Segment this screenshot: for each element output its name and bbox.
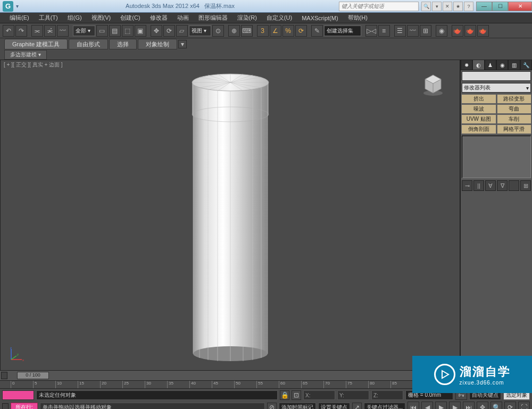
schematic-button[interactable]: ⊞ [420, 25, 431, 37]
play-button[interactable]: ▶ [435, 402, 447, 409]
prev-frame-button[interactable]: ◀ [421, 402, 433, 409]
panel-tab-display[interactable]: ▥ [508, 60, 520, 70]
ribbon-poly-model-dropdown[interactable]: 多边形建模 ▾ [4, 50, 47, 60]
bind-spacewarp-button[interactable]: 〰 [57, 25, 69, 37]
menu-view[interactable]: 视图(V) [87, 13, 115, 23]
cylinder-object[interactable] [188, 66, 273, 364]
exchange-icon[interactable]: ✕ [443, 2, 452, 11]
undo-button[interactable]: ↶ [3, 25, 14, 37]
spinner-snap-button[interactable]: ⟳ [295, 25, 307, 37]
viewport-label[interactable]: [ + ][ 正交 ][ 真实 + 边面 ] [4, 61, 63, 69]
mod-noise[interactable]: 噪波 [461, 104, 496, 114]
render-button[interactable]: 🫖 [477, 25, 489, 37]
panel-tab-hierarchy[interactable]: ♟ [485, 60, 496, 70]
nav-pan-button[interactable]: ✥ [477, 402, 488, 409]
refcoord-dropdown[interactable]: 视图 ▾ [189, 26, 211, 36]
help-icon[interactable]: ? [464, 2, 473, 11]
menu-animation[interactable]: 动画 [173, 13, 193, 23]
manipulate-button[interactable]: ⊕ [228, 25, 240, 37]
close-button[interactable]: ✕ [508, 2, 532, 11]
coord-y[interactable]: Y: [337, 390, 369, 400]
mirror-button[interactable]: ▷◁ [365, 25, 377, 37]
menu-grapheditors[interactable]: 图形编辑器 [194, 13, 232, 23]
help-search-input[interactable] [339, 2, 419, 11]
goto-end-button[interactable]: ⏭ [463, 402, 475, 409]
mod-pathdeform[interactable]: 路径变形 [497, 94, 532, 104]
time-slider-thumb[interactable]: 0 / 100 [17, 372, 49, 379]
modifier-list-dropdown[interactable]: 修改器列表▾ [462, 83, 531, 93]
select-name-button[interactable]: ▤ [109, 25, 121, 37]
menu-customize[interactable]: 自定义(U) [262, 13, 296, 23]
add-time-tag[interactable]: 添加时间标记 [279, 403, 316, 409]
percent-snap-button[interactable]: % [282, 25, 294, 37]
select-region-button[interactable]: ⬚ [122, 25, 134, 37]
angle-snap-button[interactable]: ∠ [270, 25, 281, 37]
app-icon[interactable]: G [3, 1, 13, 12]
menu-edit[interactable]: 编辑(E) [5, 13, 34, 23]
link-button[interactable]: ⫘ [31, 25, 43, 37]
nav-zoom-button[interactable]: 🔍 [491, 402, 502, 409]
script-rec-indicator[interactable] [2, 390, 34, 400]
setkey-button[interactable]: 设置关键点 [318, 403, 350, 409]
mod-meshsmooth[interactable]: 网格平滑 [497, 124, 532, 134]
ribbon-tab-graphite[interactable]: Graphite 建模工具 [4, 39, 68, 49]
modifier-stack[interactable] [462, 136, 531, 178]
goto-start-button[interactable]: ⏮ [408, 402, 419, 409]
layers-button[interactable]: ☰ [394, 25, 406, 37]
stack-config-button[interactable]: ⊞ [520, 180, 531, 191]
ribbon-tab-paint[interactable]: 对象绘制 [138, 39, 177, 49]
abs-transform-icon[interactable]: ⊡ [292, 390, 301, 400]
panel-tab-create[interactable]: ✹ [461, 60, 472, 70]
menu-group[interactable]: 组(G) [63, 13, 86, 23]
lock-selection-icon[interactable]: 🔒 [280, 390, 289, 400]
menu-help[interactable]: 帮助(H) [344, 13, 372, 23]
nav-orbit-button[interactable]: ⟳ [504, 402, 516, 409]
material-editor-button[interactable]: ◉ [436, 25, 447, 37]
window-crossing-button[interactable]: ▣ [135, 25, 146, 37]
menu-create[interactable]: 创建(C) [116, 13, 144, 23]
stack-show-button[interactable]: || [473, 180, 484, 191]
viewcube[interactable] [420, 71, 446, 97]
setkey-icon[interactable]: ↗ [352, 403, 362, 409]
minimize-button[interactable]: — [476, 2, 492, 11]
coord-x[interactable]: X: [303, 390, 335, 400]
ribbon-expand-button[interactable]: ▾ [178, 40, 187, 48]
coord-z[interactable]: Z: [371, 390, 403, 400]
move-button[interactable]: ✥ [151, 25, 162, 37]
viewport[interactable]: [ + ][ 正交 ][ 真实 + 边面 ] [0, 60, 460, 371]
ribbon-tab-selection[interactable]: 选择 [109, 39, 137, 49]
quick-access-icon[interactable]: ▾ [16, 3, 19, 9]
mod-bend[interactable]: 弯曲 [497, 104, 532, 114]
panel-tab-motion[interactable]: ◉ [496, 60, 508, 70]
mod-lathe[interactable]: 车削 [497, 114, 532, 124]
menu-maxscript[interactable]: MAXScript(M) [297, 14, 342, 22]
menu-tools[interactable]: 工具(T) [35, 13, 62, 23]
select-button[interactable]: ▭ [96, 25, 108, 37]
named-sel-edit-button[interactable]: ✎ [311, 25, 323, 37]
named-selection-dropdown[interactable]: 创建选择集 [324, 26, 361, 36]
object-name-field[interactable] [462, 71, 531, 81]
snap-2d-button[interactable]: 3 [257, 25, 269, 37]
signin-icon[interactable]: ▾ [432, 2, 442, 11]
mod-bevelprofile[interactable]: 倒角剖面 [461, 124, 496, 134]
render-frame-button[interactable]: 🫖 [464, 25, 476, 37]
time-tag-icon[interactable]: ⊘ [267, 403, 277, 409]
favorite-icon[interactable]: ★ [453, 2, 463, 11]
panel-tab-utilities[interactable]: 🔧 [520, 60, 532, 70]
panel-tab-modify[interactable]: ◐ [472, 60, 484, 70]
next-frame-button[interactable]: ▶ [449, 402, 461, 409]
align-button[interactable]: ≡ [378, 25, 390, 37]
nav-max-button[interactable]: ⛶ [518, 402, 530, 409]
stack-unique-button[interactable]: ∀ [485, 180, 496, 191]
scale-button[interactable]: ▱ [176, 25, 188, 37]
curve-editor-button[interactable]: 〰 [407, 25, 419, 37]
pivot-button[interactable]: ⊙ [212, 25, 224, 37]
mod-extrude[interactable]: 挤出 [461, 94, 496, 104]
ribbon-tab-freeform[interactable]: 自由形式 [69, 39, 108, 49]
key-filters-button[interactable]: 关键点过滤器... [364, 403, 405, 409]
redo-button[interactable]: ↷ [15, 25, 27, 37]
time-slider-left-button[interactable] [1, 372, 7, 379]
rotate-button[interactable]: ⟳ [163, 25, 175, 37]
keyboard-shortcut-button[interactable]: ⌨ [241, 25, 253, 37]
menu-render[interactable]: 渲染(R) [233, 13, 261, 23]
